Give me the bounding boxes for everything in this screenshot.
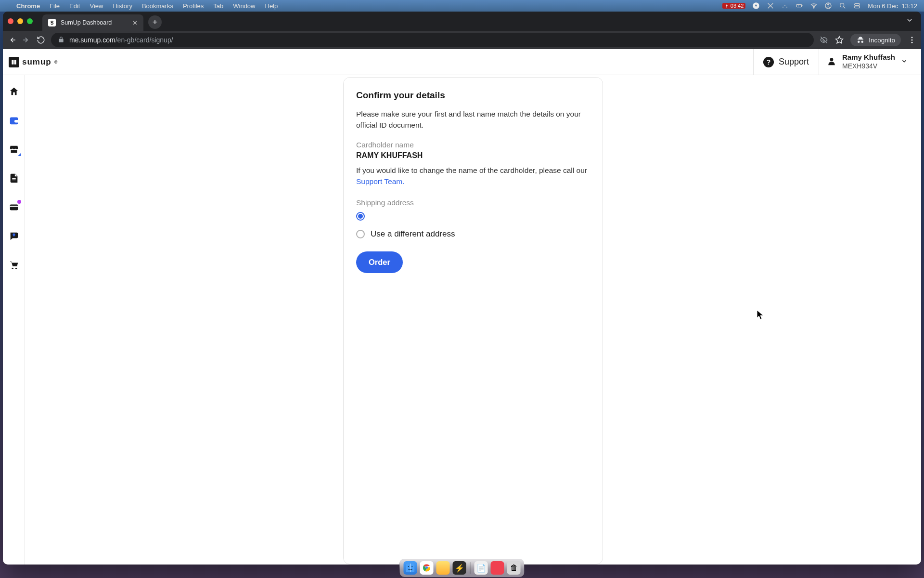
dock-terminal-icon[interactable]: ⚡ — [453, 561, 466, 575]
wifi-icon[interactable] — [810, 2, 818, 10]
menu-help[interactable]: Help — [265, 2, 278, 10]
tab-title: SumUp Dashboard — [61, 19, 112, 26]
menubar-app-name[interactable]: Chrome — [16, 2, 40, 10]
url-text: me.sumup.com/en-gb/card/signup/ — [69, 36, 173, 44]
radio-checked-icon — [356, 212, 365, 221]
radio-option-default-address[interactable] — [356, 212, 590, 221]
battery-icon[interactable] — [796, 2, 803, 10]
menu-profiles[interactable]: Profiles — [183, 2, 204, 10]
dock-chrome-icon[interactable] — [420, 561, 434, 575]
window-close-button[interactable] — [8, 18, 13, 24]
new-tab-button[interactable]: + — [148, 15, 162, 29]
registered-mark: ® — [54, 60, 58, 65]
dock-separator — [470, 562, 471, 574]
sync-icon[interactable] — [824, 2, 832, 10]
bookmark-star-icon[interactable] — [835, 36, 844, 44]
incognito-indicator[interactable]: Incognito — [850, 34, 901, 46]
nav-shop[interactable] — [8, 259, 20, 271]
menubar-date[interactable]: Mon 6 Dec 13:12 — [868, 2, 917, 10]
menu-window[interactable]: Window — [233, 2, 255, 10]
help-icon: ? — [763, 57, 774, 67]
eye-off-icon[interactable] — [820, 36, 828, 44]
side-nav — [3, 75, 25, 565]
nav-forward-button[interactable] — [22, 36, 31, 44]
radio-option-2-label: Use a different address — [371, 229, 455, 239]
radio-unchecked-icon — [356, 230, 365, 238]
tabs-dropdown-icon[interactable] — [906, 16, 916, 26]
incognito-icon — [856, 36, 865, 44]
url-input[interactable]: me.sumup.com/en-gb/card/signup/ — [51, 33, 814, 47]
nav-home[interactable] — [8, 86, 20, 97]
support-team-link[interactable]: Support Team. — [356, 177, 405, 185]
brand-mark-icon — [9, 57, 19, 67]
nav-document[interactable] — [8, 172, 20, 184]
lock-icon — [58, 36, 64, 44]
macos-menubar: Chrome File Edit View History Bookmarks … — [0, 0, 924, 12]
nav-reload-button[interactable] — [37, 36, 45, 44]
svg-rect-25 — [10, 205, 18, 210]
menu-edit[interactable]: Edit — [69, 2, 80, 10]
window-maximize-button[interactable] — [27, 18, 33, 24]
control-center-icon[interactable] — [853, 2, 861, 10]
support-link[interactable]: ? Support — [753, 49, 819, 75]
browser-tab[interactable]: S SumUp Dashboard ✕ — [42, 14, 143, 31]
svg-rect-12 — [855, 6, 860, 8]
dots-icon[interactable] — [781, 2, 789, 10]
menu-view[interactable]: View — [90, 2, 103, 10]
user-name: Ramy Khuffash — [842, 53, 895, 62]
nav-card[interactable] — [8, 201, 20, 213]
svg-point-31 — [411, 566, 412, 567]
user-menu[interactable]: Ramy Khuffash MEXH934V — [819, 49, 915, 75]
cardholder-name: RAMY KHUFFASH — [356, 151, 590, 160]
nav-card-notification-dot-icon — [17, 200, 21, 204]
tab-close-button[interactable]: ✕ — [132, 19, 138, 26]
dock-textedit-icon[interactable]: 📄 — [475, 561, 488, 575]
svg-point-17 — [911, 39, 913, 41]
nav-store-accent-icon — [18, 153, 21, 156]
svg-point-6 — [813, 7, 814, 8]
nav-store[interactable] — [8, 144, 20, 155]
svg-point-16 — [911, 37, 913, 38]
tools-icon[interactable] — [767, 2, 774, 10]
spotlight-icon[interactable] — [839, 2, 847, 10]
user-id: MEXH934V — [842, 62, 895, 71]
browser-window: S SumUp Dashboard ✕ + me.sumup.com/en-gb… — [3, 12, 921, 565]
card-title: Confirm your details — [356, 90, 590, 101]
svg-rect-24 — [12, 180, 15, 180]
dock-finder-icon[interactable] — [404, 561, 417, 575]
nav-wallet[interactable] — [8, 115, 20, 126]
order-button[interactable]: Order — [356, 251, 403, 273]
address-bar: me.sumup.com/en-gb/card/signup/ Incognit… — [3, 31, 921, 49]
app-header: sumup® ? Support Ramy Khuffash MEXH934V — [3, 49, 921, 75]
svg-point-9 — [840, 3, 844, 7]
user-avatar-icon — [827, 56, 836, 68]
dock-notes-icon[interactable] — [436, 561, 450, 575]
browser-menu-button[interactable] — [908, 36, 916, 44]
battery-timer-icon[interactable]: 03:42 — [722, 3, 746, 9]
cardholder-label: Cardholder name — [356, 141, 590, 149]
brand-logo[interactable]: sumup® — [9, 57, 58, 67]
menu-history[interactable]: History — [113, 2, 132, 10]
menu-tab[interactable]: Tab — [213, 2, 223, 10]
svg-point-27 — [12, 268, 13, 269]
menu-file[interactable]: File — [50, 2, 60, 10]
page-content: sumup® ? Support Ramy Khuffash MEXH934V — [3, 49, 921, 565]
card-description: Please make sure your first and last nam… — [356, 108, 590, 131]
svg-point-18 — [911, 42, 913, 43]
dock-app-icon[interactable] — [491, 561, 504, 575]
bolt-icon[interactable] — [752, 2, 760, 10]
radio-option-different-address[interactable]: Use a different address — [356, 229, 590, 239]
change-note: If you would like to change the name of … — [356, 165, 590, 187]
shipping-label: Shipping address — [356, 198, 590, 207]
menu-bookmarks[interactable]: Bookmarks — [142, 2, 173, 10]
dock-trash-icon[interactable]: 🗑 — [507, 561, 521, 575]
brand-name: sumup — [22, 57, 51, 67]
svg-point-22 — [15, 121, 16, 122]
nav-back-button[interactable] — [8, 36, 16, 44]
window-minimize-button[interactable] — [17, 18, 23, 24]
tab-strip: S SumUp Dashboard ✕ + — [3, 12, 921, 31]
svg-rect-11 — [855, 3, 860, 5]
svg-point-8 — [828, 4, 829, 5]
nav-refer[interactable] — [8, 230, 20, 242]
svg-marker-15 — [836, 37, 843, 43]
